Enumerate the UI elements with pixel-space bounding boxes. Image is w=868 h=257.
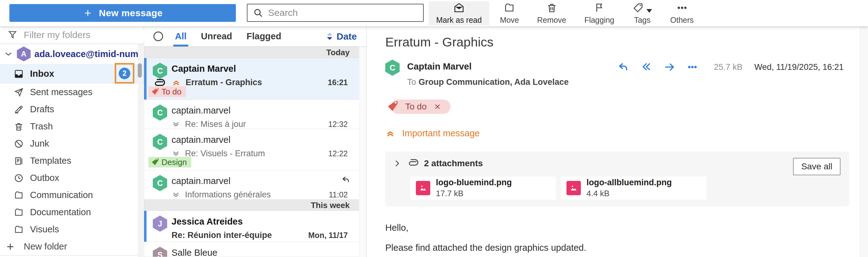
tab-flagged[interactable]: Flagged xyxy=(247,26,281,46)
remove-tag-button[interactable] xyxy=(434,103,441,110)
sidebar-item-label: Visuels xyxy=(30,224,59,234)
sidebar-item-junk[interactable]: Junk xyxy=(0,135,144,152)
folder-sidebar: A ada.loveace@timid-numb... Inbox Sent m… xyxy=(0,26,144,257)
flagging-label: Flagging xyxy=(584,15,614,25)
new-message-button[interactable]: New message xyxy=(9,4,236,22)
avatar: C xyxy=(153,134,167,150)
tab-all[interactable]: All xyxy=(175,26,187,46)
message-row[interactable]: C Captain Marvel Erratum - Graphics 16:2… xyxy=(144,58,359,100)
message-rows: Today C Captain Marvel Erratum - Graphic… xyxy=(144,47,359,257)
sidebar-item-visuels[interactable]: Visuels xyxy=(0,221,144,238)
tab-unread[interactable]: Unread xyxy=(201,26,232,46)
sidebar-item-label: Communication xyxy=(30,190,93,200)
search-box[interactable] xyxy=(247,4,424,22)
inbox-unread-badge: 2 xyxy=(119,68,130,79)
sidebar-item-label: Drafts xyxy=(30,104,54,114)
ban-icon xyxy=(14,139,24,149)
recipients-line: ToGroup Communication, Ada Lovelace xyxy=(407,77,569,87)
attachment-cards: logo-bluemind.png 17.7 kB logo-allbluemi… xyxy=(393,177,840,199)
sender-avatar: C xyxy=(385,60,400,76)
more-actions-button[interactable] xyxy=(687,62,698,72)
message-row[interactable]: C captain.marvel Informations générales … xyxy=(144,170,359,199)
others-label: Others xyxy=(670,15,694,25)
message-time: 12:22 xyxy=(328,149,348,158)
save-all-button[interactable]: Save all xyxy=(793,158,840,175)
sidebar-item-communication[interactable]: Communication xyxy=(0,186,144,204)
avatar: S xyxy=(153,247,167,257)
funnel-icon xyxy=(7,30,18,40)
sidebar-item-drafts[interactable]: Drafts xyxy=(0,101,144,118)
sidebar-divider xyxy=(0,255,137,255)
chevron-down-icon[interactable] xyxy=(4,49,13,59)
new-folder-label: New folder xyxy=(24,242,67,252)
others-button[interactable]: Others xyxy=(663,1,701,25)
remove-label: Remove xyxy=(537,15,566,25)
filter-folders-row[interactable] xyxy=(0,26,144,44)
chevron-right-icon xyxy=(393,159,402,168)
list-tabs: All Unread Flagged xyxy=(175,26,281,46)
main-layout: A ada.loveace@timid-numb... Inbox Sent m… xyxy=(0,26,868,257)
reading-pane-scrollbar[interactable] xyxy=(860,26,868,257)
attachment-name: logo-allbluemind.png xyxy=(587,178,672,187)
tag-chip-row: To do xyxy=(391,100,868,114)
sort-by-date[interactable]: Date xyxy=(326,31,357,42)
reply-all-button[interactable] xyxy=(641,62,652,73)
sidebar-item-templates[interactable]: Templates xyxy=(0,152,144,169)
sidebar-scrollbar-thumb[interactable] xyxy=(138,63,142,78)
mail-open-icon xyxy=(453,2,465,13)
sidebar-item-label: Outbox xyxy=(30,173,59,183)
sidebar-item-trash[interactable]: Trash xyxy=(0,118,144,135)
tag-label: To do xyxy=(161,87,182,97)
sidebar-item-outbox[interactable]: Outbox xyxy=(0,169,144,186)
send-icon xyxy=(14,87,24,97)
plus-icon xyxy=(5,242,16,252)
message-subject: Re: Visuels - Erratum xyxy=(185,149,265,158)
move-label: Move xyxy=(500,15,519,25)
message-subject-line: Erratum - Graphics 16:21 xyxy=(172,78,348,87)
avatar-letter: S xyxy=(157,251,163,257)
avatar: C xyxy=(153,63,167,79)
attachment-card[interactable]: logo-bluemind.png 17.7 kB xyxy=(410,177,556,199)
sidebar-item-label: Trash xyxy=(30,121,53,132)
message-size: 25.7 kB xyxy=(714,62,743,72)
toolbar: New message Mark as read Move Remove Fla… xyxy=(0,0,868,26)
search-input[interactable] xyxy=(268,7,417,18)
message-row[interactable]: J Jessica Atreides Re: Réunion inter-équ… xyxy=(144,211,359,242)
reply-button[interactable] xyxy=(618,62,629,73)
attachments-header[interactable]: 2 attachments xyxy=(393,158,840,169)
new-folder-button[interactable]: New folder xyxy=(0,238,144,255)
sidebar-item-sent[interactable]: Sent messages xyxy=(0,83,144,101)
avatar-letter: C xyxy=(157,179,163,188)
forward-icon xyxy=(664,62,675,73)
message-subject-line: Re: Réunion inter-équipe Mon, 11/17 xyxy=(172,230,348,240)
mark-as-read-button[interactable]: Mark as read xyxy=(429,1,489,25)
message-time: 16:21 xyxy=(328,78,348,87)
folder-icon xyxy=(14,208,24,217)
attachment-card[interactable]: logo-allbluemind.png 4.4 kB xyxy=(561,177,707,199)
flagging-button[interactable]: Flagging xyxy=(577,1,622,25)
message-row[interactable]: C captain.marvel Re: Mises à jour 12:32 xyxy=(144,100,359,129)
filter-folders-input[interactable] xyxy=(24,30,144,40)
ellipsis-icon xyxy=(687,62,698,72)
sidebar-scrollbar[interactable] xyxy=(138,44,143,257)
remove-button[interactable]: Remove xyxy=(530,1,574,25)
attachment-info: logo-allbluemind.png 4.4 kB xyxy=(587,178,672,198)
message-row[interactable]: S Salle Bleue xyxy=(144,242,359,257)
avatar-letter: J xyxy=(158,219,162,228)
account-avatar-letter: A xyxy=(21,49,26,58)
message-subject-line: Informations générales 11:02 xyxy=(172,190,348,199)
select-all-checkbox[interactable] xyxy=(153,32,163,41)
tags-button[interactable]: Tags xyxy=(625,1,660,25)
to-label: To xyxy=(407,77,416,87)
list-scrollbar[interactable] xyxy=(359,47,366,257)
account-row[interactable]: A ada.loveace@timid-numb... xyxy=(0,44,144,64)
mark-as-read-label: Mark as read xyxy=(436,15,482,25)
attachment-size: 17.7 kB xyxy=(436,189,512,198)
sidebar-item-documentation[interactable]: Documentation xyxy=(0,204,144,221)
move-button[interactable]: Move xyxy=(492,1,526,25)
image-file-icon xyxy=(416,181,430,195)
search-icon xyxy=(253,8,263,18)
forward-button[interactable] xyxy=(664,62,675,73)
message-row[interactable]: C captain.marvel Re: Visuels - Erratum 1… xyxy=(144,129,359,170)
document-icon xyxy=(14,156,24,166)
